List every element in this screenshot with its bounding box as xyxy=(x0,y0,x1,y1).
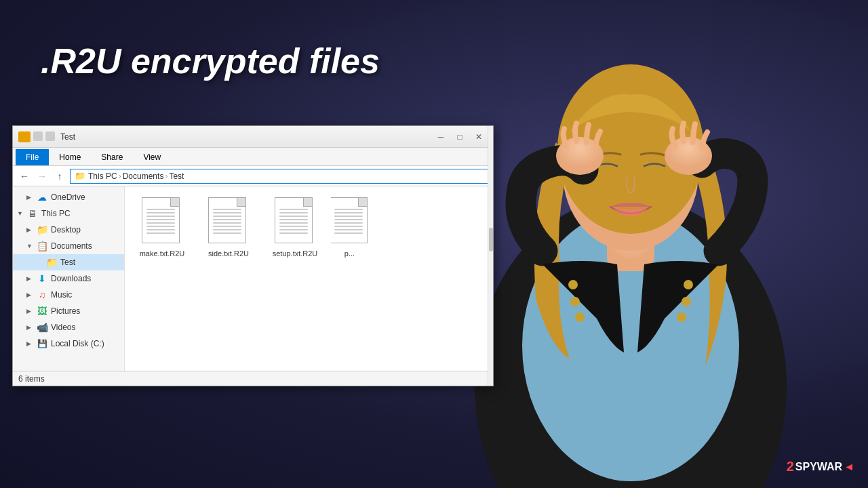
ribbon-tabs: File Home Share View xyxy=(13,148,493,165)
sidebar-item-music[interactable]: ▶ ♫ Music xyxy=(13,287,124,303)
watermark-arrow: ◄ xyxy=(844,461,854,473)
path-thispc[interactable]: This PC xyxy=(88,171,117,181)
localdisk-icon: 💾 xyxy=(36,338,48,349)
sidebar-item-localdisk[interactable]: ▶ 💾 Local Disk (C:) xyxy=(13,336,124,352)
expand-arrow-desktop: ▶ xyxy=(26,226,36,233)
file-icon-partial xyxy=(331,197,368,246)
file-name-side: side.txt.R2U xyxy=(208,249,249,258)
path-documents[interactable]: Documents xyxy=(123,171,164,181)
back-button[interactable]: ← xyxy=(17,169,32,184)
tab-home[interactable]: Home xyxy=(49,149,91,165)
thispc-icon: 🖥 xyxy=(26,208,39,219)
title-controls[interactable]: ─ □ ✕ xyxy=(432,130,488,144)
file-name-make: make.txt.R2U xyxy=(140,249,185,258)
videos-icon: 📹 xyxy=(36,322,48,333)
expand-arrow-downloads: ▶ xyxy=(26,275,36,282)
file-item-side[interactable]: side.txt.R2U xyxy=(198,193,259,262)
svg-point-10 xyxy=(684,280,693,289)
expand-arrow-music: ▶ xyxy=(26,291,36,298)
minimize-button[interactable]: ─ xyxy=(432,130,450,144)
desktop-icon: 📁 xyxy=(36,224,48,235)
pictures-icon: 🖼 xyxy=(36,306,48,317)
sidebar-label-localdisk: Local Disk (C:) xyxy=(51,339,104,348)
sidebar-label-thispc: This PC xyxy=(41,209,71,218)
content-area: ▶ ☁ OneDrive ▼ 🖥 This PC ▶ 📁 Desktop ▼ 📋… xyxy=(13,186,493,371)
svg-point-12 xyxy=(677,312,686,322)
doc-shape-make xyxy=(142,197,180,243)
onedrive-icon: ☁ xyxy=(36,192,48,203)
sidebar-label-desktop: Desktop xyxy=(51,225,81,235)
doc-shape-setup xyxy=(275,197,313,243)
file-item-make[interactable]: make.txt.R2U xyxy=(132,193,193,262)
svg-point-8 xyxy=(570,297,580,306)
doc-shape-partial xyxy=(331,197,368,243)
sidebar-item-thispc[interactable]: ▼ 🖥 This PC xyxy=(13,205,124,222)
expand-arrow-thispc: ▼ xyxy=(17,210,26,217)
window-folder-icon xyxy=(18,131,31,142)
sidebar-item-onedrive[interactable]: ▶ ☁ OneDrive xyxy=(13,189,124,205)
file-icon-setup xyxy=(275,197,315,246)
status-bar: 6 items xyxy=(13,371,493,386)
sidebar: ▶ ☁ OneDrive ▼ 🖥 This PC ▶ 📁 Desktop ▼ 📋… xyxy=(13,186,125,371)
sidebar-label-test: Test xyxy=(60,258,75,267)
title-bar: Test ─ □ ✕ xyxy=(13,126,493,148)
title-bar-icons xyxy=(18,131,55,142)
ribbon: File Home Share View xyxy=(13,148,493,166)
expand-arrow-test xyxy=(36,259,45,266)
maximize-button[interactable]: □ xyxy=(451,130,469,144)
doc-lines-make xyxy=(146,209,175,236)
expand-arrow-videos: ▶ xyxy=(26,324,36,331)
expand-arrow-documents: ▼ xyxy=(26,243,36,249)
sidebar-label-pictures: Pictures xyxy=(51,306,80,316)
explorer-window: Test ─ □ ✕ File Home Share View ← → ↑ 📁 … xyxy=(12,125,494,386)
svg-point-7 xyxy=(568,280,578,289)
svg-point-9 xyxy=(575,312,585,322)
sidebar-label-videos: Videos xyxy=(51,323,75,332)
file-name-partial: p... xyxy=(344,249,355,258)
page-title: .R2U encrypted files xyxy=(41,41,380,81)
address-path[interactable]: 📁 This PC › Documents › Test xyxy=(70,169,489,184)
file-area: make.txt.R2U xyxy=(125,186,493,371)
sidebar-item-pictures[interactable]: ▶ 🖼 Pictures xyxy=(13,303,124,319)
window-icon3 xyxy=(45,131,55,141)
documents-icon: 📋 xyxy=(36,241,48,251)
file-icon-side xyxy=(208,197,249,246)
file-icon-make xyxy=(142,197,182,246)
sidebar-item-videos[interactable]: ▶ 📹 Videos xyxy=(13,319,124,336)
sidebar-item-downloads[interactable]: ▶ ⬇ Downloads xyxy=(13,270,124,287)
test-icon: 📁 xyxy=(45,257,58,268)
sidebar-label-onedrive: OneDrive xyxy=(51,192,85,202)
watermark-number: 2 xyxy=(787,459,794,474)
path-test[interactable]: Test xyxy=(169,171,184,181)
file-item-setup[interactable]: setup.txt.R2U xyxy=(264,193,326,262)
expand-arrow-pictures: ▶ xyxy=(26,308,36,314)
path-arrow-1: › xyxy=(119,171,121,181)
address-bar: ← → ↑ 📁 This PC › Documents › Test xyxy=(13,166,493,186)
sidebar-label-documents: Documents xyxy=(51,241,92,251)
sidebar-item-test[interactable]: 📁 Test xyxy=(13,254,124,270)
up-button[interactable]: ↑ xyxy=(52,169,67,184)
sidebar-label-downloads: Downloads xyxy=(51,274,91,283)
tab-view[interactable]: View xyxy=(133,149,171,165)
downloads-icon: ⬇ xyxy=(36,273,48,284)
doc-lines-side xyxy=(213,209,241,236)
sidebar-item-desktop[interactable]: ▶ 📁 Desktop xyxy=(13,222,124,238)
forward-button[interactable]: → xyxy=(35,169,50,184)
expand-arrow-onedrive: ▶ xyxy=(26,194,36,201)
watermark: 2 SPYWAR ◄ xyxy=(787,459,854,474)
file-item-partial[interactable]: p... xyxy=(331,193,368,262)
tab-file[interactable]: File xyxy=(16,149,49,165)
tab-share[interactable]: Share xyxy=(91,149,133,165)
close-button[interactable]: ✕ xyxy=(470,130,488,144)
window-title: Test xyxy=(60,132,432,142)
status-text: 6 items xyxy=(18,374,45,384)
doc-lines-partial xyxy=(334,209,363,236)
sidebar-label-music: Music xyxy=(51,290,72,300)
file-name-setup: setup.txt.R2U xyxy=(273,249,318,258)
path-arrow-2: › xyxy=(165,171,167,181)
window-minimize-small xyxy=(33,131,43,141)
svg-point-11 xyxy=(682,297,691,306)
sidebar-item-documents[interactable]: ▼ 📋 Documents xyxy=(13,238,124,254)
doc-lines-setup xyxy=(279,209,308,236)
watermark-spy: SPYWAR xyxy=(795,461,842,473)
